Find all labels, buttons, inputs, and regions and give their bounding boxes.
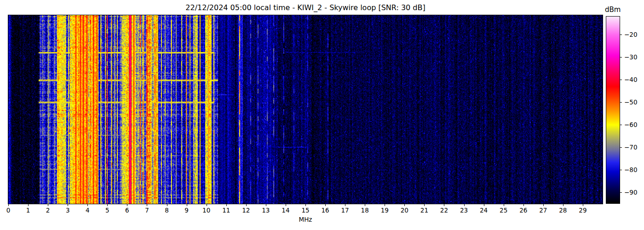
colorbar-tick-mark — [620, 147, 622, 148]
x-tick-mark — [147, 204, 147, 206]
x-tick-mark — [484, 204, 484, 206]
x-tick-label: 3 — [66, 207, 70, 214]
plot-title: 22/12/2024 05:00 local time - KIWI_2 - S… — [8, 3, 603, 12]
x-tick-mark — [207, 204, 207, 206]
colorbar-tick-label: −80 — [624, 166, 638, 173]
x-tick-mark — [345, 204, 345, 206]
x-tick-label: 11 — [222, 207, 230, 214]
x-tick-mark — [424, 204, 425, 206]
colorbar-tick-label: −60 — [624, 121, 638, 128]
colorbar — [606, 17, 620, 203]
x-tick-label: 2 — [46, 207, 50, 214]
x-tick-label: 14 — [282, 207, 289, 214]
x-tick-mark — [48, 204, 48, 206]
x-tick-mark — [286, 204, 286, 206]
x-tick-mark — [167, 204, 167, 206]
x-tick-label: 4 — [86, 207, 90, 214]
colorbar-tick-label: −20 — [624, 31, 638, 38]
spectrogram-canvas — [8, 15, 603, 204]
x-tick-label: 9 — [184, 207, 189, 214]
x-tick-label: 28 — [559, 207, 567, 214]
x-tick-mark — [127, 204, 127, 206]
x-tick-label: 12 — [242, 207, 250, 214]
x-tick-label: 20 — [401, 207, 408, 214]
x-tick-mark — [107, 204, 108, 206]
x-tick-mark — [385, 204, 385, 206]
colorbar-tick-mark — [620, 34, 622, 35]
x-tick-label: 17 — [341, 207, 349, 214]
x-tick-mark — [325, 204, 326, 206]
x-tick-label: 23 — [460, 207, 468, 214]
colorbar-tick-label: −50 — [624, 98, 638, 106]
x-tick-mark — [365, 204, 365, 206]
colorbar-tick-mark — [620, 170, 622, 170]
colorbar-tick-mark — [620, 125, 622, 125]
colorbar-tick-mark — [620, 102, 622, 103]
x-tick-mark — [305, 204, 306, 206]
x-tick-label: 29 — [579, 207, 586, 214]
x-tick-mark — [266, 204, 266, 206]
x-tick-mark — [444, 204, 444, 206]
colorbar-tick-mark — [620, 57, 622, 58]
x-axis-label: MHz — [8, 216, 603, 223]
x-tick-mark — [226, 204, 227, 206]
x-tick-label: 21 — [420, 207, 428, 214]
x-tick-label: 13 — [262, 207, 270, 214]
x-tick-mark — [8, 204, 9, 206]
x-tick-mark — [464, 204, 465, 206]
x-tick-label: 18 — [361, 207, 369, 214]
x-tick-label: 5 — [105, 207, 109, 214]
colorbar-tick-mark — [620, 192, 622, 193]
x-tick-label: 1 — [26, 207, 30, 214]
x-tick-mark — [246, 204, 247, 206]
x-tick-label: 25 — [500, 207, 507, 214]
colorbar-tick-mark — [620, 80, 622, 80]
x-tick-mark — [68, 204, 68, 206]
colorbar-tick-label: −30 — [624, 53, 638, 61]
x-tick-label: 10 — [202, 207, 210, 214]
x-tick-label: 6 — [125, 207, 129, 214]
x-tick-mark — [404, 204, 405, 206]
x-tick-label: 15 — [301, 207, 309, 214]
x-tick-label: 27 — [539, 207, 547, 214]
x-tick-mark — [87, 204, 88, 206]
x-tick-mark — [543, 204, 544, 206]
x-tick-label: 24 — [480, 207, 488, 214]
x-tick-mark — [28, 204, 29, 206]
x-tick-label: 16 — [321, 207, 329, 214]
x-tick-label: 7 — [145, 207, 149, 214]
colorbar-unit-label: dBm — [605, 6, 621, 14]
colorbar-tick-label: −40 — [624, 76, 638, 83]
x-tick-label: 22 — [440, 207, 448, 214]
x-tick-label: 26 — [519, 207, 527, 214]
colorbar-tick-label: −70 — [624, 143, 638, 150]
x-tick-mark — [523, 204, 524, 206]
x-tick-label: 8 — [165, 207, 169, 214]
x-tick-mark — [563, 204, 564, 206]
x-tick-mark — [583, 204, 583, 206]
x-tick-mark — [187, 204, 187, 206]
spectrogram-figure: 22/12/2024 05:00 local time - KIWI_2 - S… — [0, 0, 644, 230]
x-tick-label: 19 — [381, 207, 389, 214]
x-tick-label: 0 — [6, 207, 11, 214]
x-tick-mark — [504, 204, 504, 206]
colorbar-tick-label: −90 — [624, 188, 638, 196]
